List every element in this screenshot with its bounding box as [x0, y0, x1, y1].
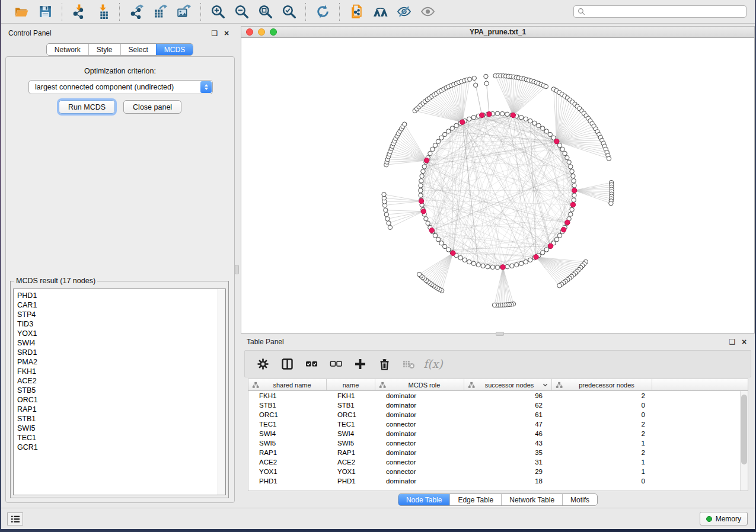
import-table-button[interactable]: [91, 3, 114, 21]
mcds-hub-node[interactable]: [561, 227, 566, 232]
zoom-in-button[interactable]: [206, 3, 229, 21]
zoom-out-button[interactable]: [229, 3, 253, 21]
tab-select[interactable]: Select: [120, 44, 156, 55]
mcds-result-item[interactable]: PMA2: [14, 357, 218, 367]
network-node[interactable]: [554, 237, 559, 241]
network-node[interactable]: [557, 143, 562, 148]
network-node[interactable]: [433, 233, 437, 238]
table-scrollbar[interactable]: [740, 391, 748, 491]
network-node[interactable]: [436, 139, 440, 143]
network-node[interactable]: [519, 261, 523, 265]
network-node[interactable]: [458, 255, 462, 259]
network-node[interactable]: [476, 262, 480, 267]
network-node[interactable]: [557, 283, 562, 287]
network-node[interactable]: [484, 74, 488, 78]
import-network-button[interactable]: [67, 3, 91, 21]
network-node[interactable]: [417, 272, 421, 276]
mcds-hub-node[interactable]: [565, 220, 570, 225]
network-node[interactable]: [490, 265, 495, 269]
network-node[interactable]: [563, 151, 567, 155]
network-node[interactable]: [486, 264, 490, 268]
network-node[interactable]: [510, 264, 514, 268]
network-node[interactable]: [519, 115, 523, 119]
network-node[interactable]: [385, 217, 390, 221]
network-node[interactable]: [446, 129, 451, 133]
network-node[interactable]: [481, 264, 485, 268]
network-node[interactable]: [384, 212, 388, 216]
network-node[interactable]: [524, 259, 528, 264]
mcds-result-item[interactable]: TID3: [14, 319, 218, 329]
network-node[interactable]: [419, 184, 423, 188]
column-header-MCDS-role[interactable]: MCDS role: [375, 379, 464, 391]
mcds-hub-node[interactable]: [570, 202, 575, 207]
mcds-result-item[interactable]: STB5: [14, 386, 218, 395]
network-node[interactable]: [419, 193, 423, 197]
network-node[interactable]: [388, 225, 392, 229]
memory-button[interactable]: Memory: [700, 512, 748, 525]
table-row[interactable]: RAP1RAP1dominator352: [248, 448, 748, 457]
column-header-predecessor-nodes[interactable]: predecessor nodes: [552, 379, 652, 391]
show-panels-button[interactable]: [7, 512, 23, 525]
select-all-button[interactable]: [301, 354, 323, 374]
network-node[interactable]: [426, 221, 430, 225]
network-node[interactable]: [569, 212, 573, 216]
network-node[interactable]: [528, 118, 532, 123]
mcds-result-item[interactable]: STB1: [14, 414, 218, 424]
network-node[interactable]: [495, 111, 499, 116]
network-canvas[interactable]: [241, 38, 755, 334]
zoom-fit-button[interactable]: [253, 3, 277, 21]
show-hidden-button[interactable]: [416, 3, 439, 21]
network-node[interactable]: [572, 193, 576, 197]
network-node[interactable]: [471, 261, 476, 265]
tab-network-table[interactable]: Network Table: [501, 494, 562, 505]
network-node[interactable]: [419, 188, 423, 193]
mcds-result-item[interactable]: YOX1: [14, 329, 218, 338]
network-node[interactable]: [544, 129, 548, 133]
tab-node-table[interactable]: Node Table: [398, 494, 450, 505]
table-row[interactable]: ACE2ACE2connector311: [248, 457, 748, 467]
mcds-hub-node[interactable]: [429, 228, 434, 233]
network-node[interactable]: [467, 117, 471, 121]
mcds-hub-node[interactable]: [534, 255, 538, 259]
network-node[interactable]: [492, 303, 496, 307]
network-node[interactable]: [565, 156, 569, 160]
network-node[interactable]: [471, 115, 476, 119]
mcds-result-item[interactable]: ORC1: [14, 395, 218, 405]
network-node[interactable]: [419, 179, 423, 183]
network-node[interactable]: [515, 262, 519, 267]
optimization-criterion-dropdown[interactable]: largest connected component (undirected): [28, 80, 213, 94]
unselect-all-button[interactable]: [325, 354, 347, 374]
mcds-result-item[interactable]: PHD1: [14, 291, 218, 300]
open-button[interactable]: [9, 3, 33, 21]
delete-column-button[interactable]: [374, 354, 395, 374]
mcds-hub-node[interactable]: [511, 113, 515, 117]
mcds-hub-node[interactable]: [479, 113, 484, 117]
mcds-hub-node[interactable]: [487, 111, 492, 116]
network-node[interactable]: [524, 117, 528, 121]
mcds-result-item[interactable]: SWI4: [14, 338, 218, 348]
tab-motifs[interactable]: Motifs: [562, 494, 597, 505]
share-document-button[interactable]: [344, 3, 368, 21]
network-node[interactable]: [570, 169, 574, 174]
network-node[interactable]: [532, 121, 537, 125]
refresh-button[interactable]: [311, 3, 334, 21]
float-table-panel-icon[interactable]: ❑: [728, 338, 737, 346]
network-node[interactable]: [454, 123, 458, 127]
table-row[interactable]: PHD1PHD1dominator180: [248, 476, 748, 486]
column-header-successor-nodes[interactable]: successor nodes: [464, 379, 552, 391]
network-node[interactable]: [443, 132, 447, 136]
network-node[interactable]: [384, 208, 388, 212]
network-node[interactable]: [544, 84, 548, 88]
table-row[interactable]: SWI5SWI5connector431: [248, 438, 748, 448]
mcds-result-item[interactable]: FKH1: [14, 367, 218, 376]
mcds-result-item[interactable]: SRD1: [14, 348, 218, 357]
network-node[interactable]: [557, 233, 562, 238]
network-node[interactable]: [467, 259, 471, 264]
network-node[interactable]: [500, 111, 504, 116]
network-node[interactable]: [572, 184, 576, 188]
tab-edge-table[interactable]: Edge Table: [449, 494, 501, 505]
network-node[interactable]: [430, 147, 435, 151]
network-node[interactable]: [382, 192, 386, 196]
network-node[interactable]: [446, 248, 451, 252]
network-node[interactable]: [450, 126, 454, 130]
